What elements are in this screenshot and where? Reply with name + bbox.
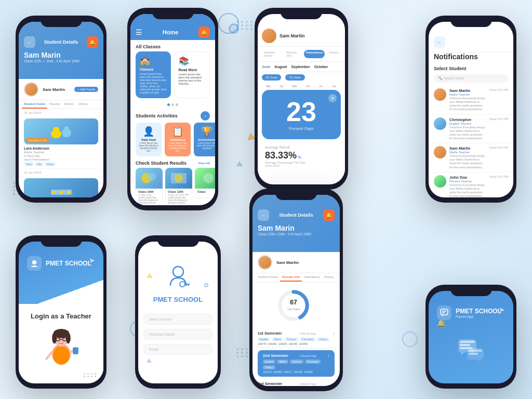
- semester-3-download-icon[interactable]: ↓: [332, 381, 335, 386]
- svg-rect-26: [73, 347, 78, 354]
- avg-date: June 2019: [265, 164, 338, 167]
- activity-attendance[interactable]: 📋 Attendance Lorem ipsum has been the in…: [165, 123, 191, 156]
- svg-point-3: [64, 126, 69, 131]
- email-field[interactable]: Email: [143, 344, 212, 355]
- result-card-1[interactable]: Class 10th 2 Days Ago Lorem ipsum has be…: [136, 168, 163, 205]
- notif-time-3: Today 3:00 PM: [489, 146, 508, 149]
- phone7-profile-row: Sam Martin: [252, 252, 340, 273]
- decor-circle-p6: [204, 283, 208, 287]
- date-from-btn[interactable]: 01 June: [262, 74, 281, 81]
- svg-point-10: [148, 172, 156, 181]
- guardian-name-field[interactable]: Guardian Name: [143, 329, 212, 340]
- carousel-dots: [130, 103, 215, 106]
- phone8-top-area: ➤ 🔔 PMET SCHOOL Parent App: [429, 291, 513, 332]
- tab-results[interactable]: Results: [47, 100, 62, 109]
- p3-tab-history[interactable]: History: [327, 50, 341, 58]
- month-june[interactable]: June: [262, 65, 270, 69]
- student-name: Sam Marin: [24, 51, 98, 59]
- p7-tab-attendance[interactable]: Attendance: [302, 273, 322, 282]
- feed-title-1: Sport Participation: [24, 158, 98, 161]
- phone7-header: ← Student Details 🔔 Sam Marin Class 12th…: [252, 195, 340, 252]
- classes-card-title: Classes: [140, 68, 167, 71]
- read-more-card[interactable]: 📚 Read More Lorem ipsum has been the sta…: [174, 51, 210, 98]
- month-august[interactable]: August: [274, 65, 287, 69]
- p7-tab-history[interactable]: History: [322, 273, 336, 282]
- semester-1: 1st Semester 1 Month Ago ↓ English Maths…: [252, 329, 340, 348]
- phone-parent-app: ➤ 🔔 PMET SCHOOL Parent App: [425, 285, 516, 389]
- svg-line-24: [46, 352, 52, 358]
- phone7-student-name: Sam Marin: [258, 224, 335, 232]
- phone2-notif-button[interactable]: 🔔: [198, 26, 210, 38]
- result-img-svg-1: [139, 170, 159, 186]
- p3-tab-attendance[interactable]: Attendance: [304, 50, 325, 58]
- p7-tab-feeds[interactable]: Student Feeds: [256, 273, 280, 282]
- search-field[interactable]: 🔍 Search Here: [434, 74, 508, 83]
- phone-login-teacher: ➤ PMET SCHOOL Login as a Teacher: [16, 235, 107, 389]
- p7-tab-results[interactable]: Results Info: [280, 273, 302, 282]
- close-button[interactable]: ✕: [328, 94, 337, 102]
- phone4-screen: ← Notifications Select Student 🔍 Search …: [429, 22, 513, 197]
- notif-name-2: Christopher: [449, 117, 486, 122]
- score-2-1: 100/70: [263, 370, 272, 374]
- select-student-label: Select Student: [429, 63, 513, 72]
- p8-logo-svg: [440, 308, 449, 317]
- feed-role-1: Maths Teacher: [24, 151, 98, 154]
- day-tu: Tu: [275, 85, 288, 88]
- svg-point-28: [180, 282, 185, 287]
- result-card-3[interactable]: Class ...: [195, 168, 215, 205]
- semester-3-title: 3rd Semester: [258, 381, 283, 386]
- notif-text-4: Tomorrow Everybody brings your Maths Not…: [449, 183, 486, 197]
- phone1-header-bar: ← Student Details 🔔: [24, 36, 98, 48]
- date-to-btn[interactable]: 31 June: [285, 74, 304, 81]
- feed-time-1: 3 Days Ago: [24, 154, 98, 157]
- semester-1-download-icon[interactable]: ↓: [332, 331, 335, 336]
- back-button[interactable]: ←: [24, 36, 35, 48]
- menu-icon[interactable]: ☰: [136, 28, 142, 36]
- svg-text:67: 67: [290, 299, 297, 306]
- phone8-screen: ➤ 🔔 PMET SCHOOL Parent App: [429, 291, 513, 383]
- activity-achievements[interactable]: 🏆 Achivements Lorem ipsum has been the i…: [194, 123, 215, 156]
- tab-attendance[interactable]: Attend.: [62, 100, 76, 109]
- phone-school-login: PMET SCHOOL Select School Guardian Name …: [135, 235, 221, 389]
- view-all-link[interactable]: View All: [198, 162, 210, 165]
- activity-daily-feed[interactable]: 👤 Daily Feed Lorem ipsum has been the in…: [136, 123, 162, 156]
- result-img-2: [165, 168, 192, 189]
- tag-1[interactable]: View: [24, 162, 34, 166]
- classes-card-text: Lorem ipsum has been the industry's stan…: [140, 72, 167, 94]
- add-feeds-button[interactable]: + Add Feeds: [74, 87, 98, 92]
- result-info-2: Class 12th Today as 3:00 PM Lorem ipsum …: [165, 189, 192, 205]
- semester-2-title: 2nd Semester: [263, 353, 288, 358]
- notif-role-4: Physics Teacher: [449, 180, 486, 183]
- result-card-2[interactable]: Class 12th Today as 3:00 PM Lorem ipsum …: [165, 168, 192, 205]
- login-title: Login as a Teacher: [27, 312, 95, 320]
- activities-arrow[interactable]: ›: [201, 111, 210, 121]
- svg-point-2: [53, 127, 59, 133]
- semester-2-subjects: English Maths Science Chemistry History: [263, 360, 329, 369]
- tab-student-feeds[interactable]: Student Feeds: [22, 100, 47, 109]
- phone5-top-area: ➤ PMET SCHOOL: [19, 242, 103, 304]
- notification-button[interactable]: 🔔: [87, 36, 98, 48]
- month-october[interactable]: October: [314, 65, 328, 69]
- p8-main-svg: [456, 337, 487, 363]
- phone4-title-area: Notifications: [429, 52, 513, 63]
- notif-name-1: Sam Martin: [449, 88, 486, 93]
- semester-1-scores: 100/70 100/60 100/65 100/45 100/65: [258, 342, 335, 345]
- tag-3[interactable]: Share: [45, 162, 56, 166]
- check-results-label: Check Student Results View All: [130, 161, 215, 166]
- semester-1-title: 1st Semester: [258, 331, 282, 336]
- select-school-field[interactable]: Select School: [143, 314, 212, 325]
- p3-tab-results[interactable]: Results Info: [284, 50, 301, 58]
- month-september[interactable]: September: [291, 65, 310, 69]
- phone7-back-button[interactable]: ←: [258, 209, 269, 221]
- phone7-notif-button[interactable]: 🔔: [323, 209, 335, 221]
- tab-history[interactable]: History: [76, 100, 90, 109]
- result-info-3: Class ...: [195, 189, 215, 198]
- classes-card[interactable]: 🏫 Classes Lorem ipsum has been the indus…: [136, 51, 171, 98]
- phone4-back-button[interactable]: ←: [434, 36, 445, 48]
- feed-item-1: 2nd price in Cric Lara Anderson Maths Te…: [19, 116, 103, 169]
- semester-2-download-icon[interactable]: ↓: [327, 353, 329, 358]
- p3-tab-feeds[interactable]: Student Feeds: [262, 50, 282, 58]
- tag-2[interactable]: Like: [35, 162, 44, 166]
- feed-date-2: 12 Jan 2019: [19, 169, 103, 176]
- svg-rect-41: [460, 344, 470, 346]
